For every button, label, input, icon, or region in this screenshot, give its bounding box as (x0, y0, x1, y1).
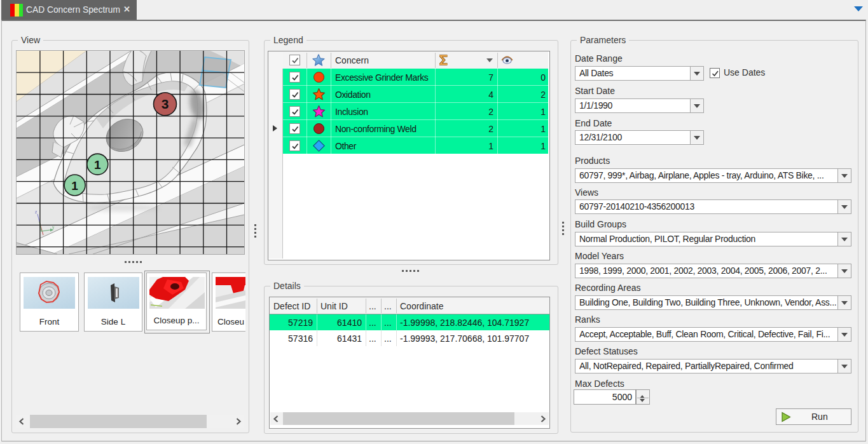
svg-text:z: z (35, 210, 37, 214)
svg-text:3: 3 (162, 97, 169, 111)
svg-text:1: 1 (71, 179, 78, 192)
svg-text:1: 1 (94, 158, 101, 172)
